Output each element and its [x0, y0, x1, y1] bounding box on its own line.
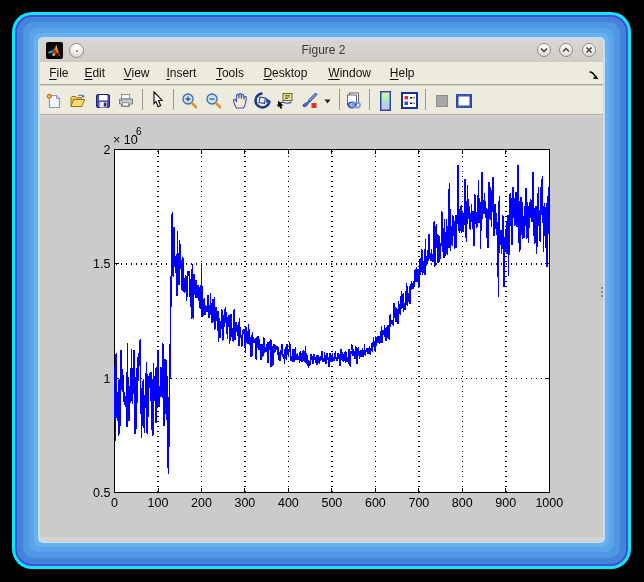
svg-text:400: 400 — [278, 496, 299, 510]
svg-text:× 10: × 10 — [113, 133, 138, 147]
svg-text:1: 1 — [104, 372, 111, 386]
svg-text:100: 100 — [148, 496, 169, 510]
svg-text:300: 300 — [234, 496, 255, 510]
svg-text:1000: 1000 — [535, 496, 563, 510]
svg-text:2: 2 — [104, 143, 111, 157]
svg-text:700: 700 — [408, 496, 429, 510]
svg-text:0.5: 0.5 — [93, 486, 110, 500]
svg-text:0: 0 — [111, 496, 118, 510]
svg-text:900: 900 — [495, 496, 516, 510]
svg-text:1.5: 1.5 — [93, 257, 110, 271]
svg-text:6: 6 — [136, 126, 142, 137]
svg-text:500: 500 — [321, 496, 342, 510]
svg-text:800: 800 — [452, 496, 473, 510]
svg-text:200: 200 — [191, 496, 212, 510]
svg-text:600: 600 — [365, 496, 386, 510]
